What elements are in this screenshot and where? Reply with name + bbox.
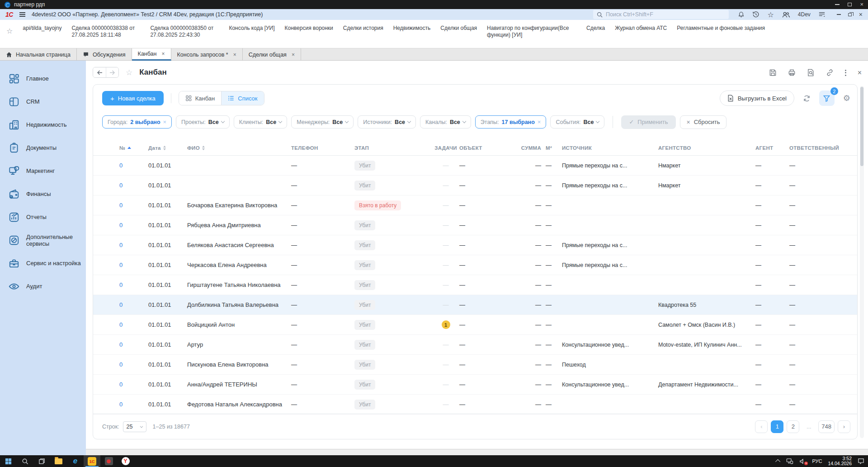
column-header-source[interactable]: ИСТОЧНИК xyxy=(562,145,658,151)
table-row[interactable]: 0 01.01.01 Черкасова Елена Андреевна — У… xyxy=(93,255,857,275)
deal-number-link[interactable]: 0 xyxy=(119,242,123,248)
filter-chip[interactable]: Города: 2 выбрано × xyxy=(102,115,172,129)
column-header-responsible[interactable]: ОТВЕТСТВЕННЫЙ xyxy=(789,145,848,151)
filter-chip[interactable]: События: Все × xyxy=(550,115,604,129)
filter-button[interactable]: 2 xyxy=(819,91,835,106)
edge-browser-button[interactable]: e xyxy=(67,455,84,467)
tab-close-icon[interactable]: × xyxy=(233,52,236,58)
tab-home[interactable]: Начальная страница xyxy=(0,48,77,61)
history-icon[interactable] xyxy=(752,11,760,18)
start-button[interactable] xyxy=(0,455,17,467)
chip-clear-icon[interactable]: × xyxy=(163,119,167,125)
column-header-sum[interactable]: СУММА xyxy=(511,145,546,151)
view-kanban-button[interactable]: Канбан xyxy=(179,91,222,105)
tab-deals-common[interactable]: Сделки общая × xyxy=(243,48,301,61)
sidebar-item-audit[interactable]: Аудит xyxy=(0,275,86,298)
deal-number-link[interactable]: 0 xyxy=(119,341,123,348)
sidebar-item-services[interactable]: Дополнительные сервисы xyxy=(0,229,86,252)
sidebar-item-finance[interactable]: Финансы xyxy=(0,182,86,205)
tab-discussions[interactable]: Обсуждения xyxy=(77,48,132,61)
filter-chip[interactable]: Этапы: 17 выбрано × xyxy=(475,115,547,129)
rdp-maximize-icon[interactable] xyxy=(848,3,852,6)
column-header-fio[interactable]: ФИО xyxy=(187,145,291,151)
page-button[interactable]: ... xyxy=(802,420,815,433)
table-row[interactable]: 0 01.01.01 — Убит — — — — Прямые переход… xyxy=(93,156,857,176)
column-header-number[interactable]: № xyxy=(119,145,148,151)
favorite-link[interactable]: Сделка 000000038338 от 27.08.2025 18:11:… xyxy=(71,25,140,38)
table-row[interactable]: 0 01.01.01 Рябцева Анна Дмитриевна — Уби… xyxy=(93,215,857,235)
rdp-close-icon[interactable]: × xyxy=(860,2,863,7)
scrollbar-thumb[interactable] xyxy=(860,87,863,166)
sidebar-item-crm[interactable]: CRM xyxy=(0,90,86,113)
column-header-m2[interactable]: М² xyxy=(546,145,562,151)
preview-search-icon[interactable] xyxy=(807,69,815,76)
favorite-link[interactable]: Сделки общая xyxy=(440,25,477,32)
favorite-link[interactable]: api/tilda_tayojny xyxy=(23,25,61,32)
table-row[interactable]: 0 01.01.01 Войцицкий Антон — Убит 1 — — … xyxy=(93,315,857,335)
favorites-star-icon[interactable]: ☆ xyxy=(767,10,774,19)
favorite-link[interactable]: Консоль кода [УИ] xyxy=(229,25,274,32)
table-row[interactable]: 0 01.01.01 Артур — Убит — — — — Консульт… xyxy=(93,335,857,355)
favorite-link[interactable]: Недвижимость xyxy=(393,25,431,32)
filter-chip[interactable]: Источники: Все × xyxy=(358,115,416,129)
network-icon[interactable] xyxy=(786,458,793,464)
tray-expand-icon[interactable] xyxy=(775,459,780,464)
deal-number-link[interactable]: 0 xyxy=(119,222,123,229)
favorite-link[interactable]: Журнал обмена АТС xyxy=(615,25,667,32)
file-explorer-button[interactable] xyxy=(50,455,67,467)
filter-chip[interactable]: Клиенты: Все × xyxy=(234,115,288,129)
table-row[interactable]: 0 01.01.01 Федотова Наталья Александровн… xyxy=(93,395,857,415)
1c-app-button[interactable]: 1С xyxy=(84,455,100,467)
rows-per-page-select[interactable]: 25 xyxy=(123,421,146,432)
page-button[interactable]: 1 xyxy=(771,420,783,433)
link-icon[interactable] xyxy=(826,69,834,76)
table-row[interactable]: 0 01.01.01 Гирштаутене Татьяна Николаевн… xyxy=(93,275,857,295)
main-menu-icon[interactable] xyxy=(19,12,25,17)
filter-chip[interactable]: Менеджеры: Все × xyxy=(291,115,354,129)
volume-muted-icon[interactable]: × xyxy=(799,458,806,464)
column-header-phone[interactable]: ТЕЛЕФОН xyxy=(291,145,354,151)
column-header-tasks[interactable]: ЗАДАЧИ xyxy=(432,145,459,151)
deal-number-link[interactable]: 0 xyxy=(119,202,123,209)
column-header-stage[interactable]: ЭТАП xyxy=(354,145,432,151)
column-header-agency[interactable]: АГЕНТСТВО xyxy=(658,145,755,151)
favorite-link[interactable]: Регламентные и фоновые задания xyxy=(677,25,765,32)
page-button[interactable]: 748 xyxy=(818,420,835,433)
yandex-browser-button[interactable]: Y xyxy=(117,455,134,467)
sidebar-item-documents[interactable]: Документы xyxy=(0,136,86,159)
global-search[interactable] xyxy=(593,10,729,19)
task-view-button[interactable] xyxy=(33,455,50,467)
page-favorite-star-icon[interactable]: ☆ xyxy=(126,68,132,77)
deal-number-link[interactable]: 0 xyxy=(119,162,123,169)
next-page-button[interactable]: › xyxy=(838,420,850,433)
sidebar-item-settings[interactable]: Сервис и настройка xyxy=(0,252,86,275)
sidebar-item-marketing[interactable]: Маркетинг xyxy=(0,159,86,182)
deal-number-link[interactable]: 0 xyxy=(119,401,123,408)
deal-number-link[interactable]: 0 xyxy=(119,321,123,328)
settings-gear-icon[interactable]: ⚙ xyxy=(843,93,850,103)
filter-chip[interactable]: Каналы: Все × xyxy=(420,115,471,129)
taskbar-search-button[interactable] xyxy=(17,455,33,467)
tab-kanban[interactable]: Канбан × xyxy=(132,48,171,61)
favorite-link[interactable]: Сделки история xyxy=(343,25,383,32)
form-close-icon[interactable]: × xyxy=(858,70,862,76)
tab-close-icon[interactable]: × xyxy=(292,52,295,58)
nav-forward-button[interactable] xyxy=(106,67,118,77)
app-close-icon[interactable]: × xyxy=(859,12,863,17)
notifications-action-center-icon[interactable] xyxy=(858,458,864,464)
favorite-link[interactable]: Сделка 000000038350 от 27.08.2025 22:43:… xyxy=(150,25,219,38)
more-actions-icon[interactable] xyxy=(845,70,846,76)
filter-chip[interactable]: Проекты: Все × xyxy=(176,115,230,129)
table-row[interactable]: 0 01.01.01 Пискунова Елена Викторовна — … xyxy=(93,355,857,375)
print-icon[interactable] xyxy=(788,69,796,76)
refresh-icon[interactable] xyxy=(803,95,811,102)
tab-close-icon[interactable]: × xyxy=(161,51,165,57)
column-header-object[interactable]: ОБЪЕКТ xyxy=(459,145,511,151)
deal-number-link[interactable]: 0 xyxy=(119,381,123,388)
new-deal-button[interactable]: + Новая сделка xyxy=(102,91,164,105)
rdp-minimize-icon[interactable] xyxy=(835,4,840,5)
export-excel-button[interactable]: Выгрузить в Excel xyxy=(720,91,794,106)
column-header-agent[interactable]: АГЕНТ xyxy=(755,145,789,151)
table-row[interactable]: 0 01.01.01 Анна/Андрей ТЕТЕРИНЫ — Убит —… xyxy=(93,375,857,395)
column-header-date[interactable]: Дата xyxy=(148,145,187,151)
